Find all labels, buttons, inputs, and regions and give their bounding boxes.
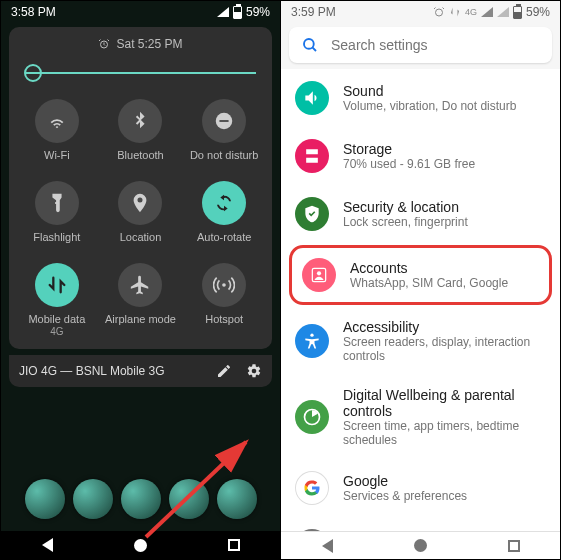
tile-airplane[interactable]: Airplane mode <box>101 255 181 343</box>
item-title: Accounts <box>350 260 508 276</box>
brightness-icon <box>24 64 42 82</box>
settings-icon[interactable] <box>246 363 262 379</box>
svg-point-10 <box>310 334 313 337</box>
item-title: Storage <box>343 141 475 157</box>
item-subtitle: Screen time, app timers, bedtime schedul… <box>343 419 546 447</box>
status-bar: 3:59 PM 4G 59% <box>281 1 560 21</box>
hotspot-icon <box>202 263 246 307</box>
tile-location[interactable]: Location <box>101 173 181 249</box>
accessibility-icon <box>295 324 329 358</box>
item-subtitle: Lock screen, fingerprint <box>343 215 468 229</box>
signal-icon <box>481 7 493 17</box>
recents-button[interactable] <box>228 539 240 551</box>
home-button[interactable] <box>134 539 147 552</box>
item-title: Security & location <box>343 199 468 215</box>
quick-settings-screen: 3:58 PM 59% Sat 5:25 PM Wi-FiBluetoothDo… <box>1 1 280 559</box>
home-dock <box>1 479 280 531</box>
item-subtitle: Services & preferences <box>343 489 467 503</box>
flashlight-icon <box>35 181 79 225</box>
dock-app[interactable] <box>169 479 209 519</box>
tile-bluetooth[interactable]: Bluetooth <box>101 91 181 167</box>
edit-icon[interactable] <box>216 363 232 379</box>
status-bar: 3:58 PM 59% <box>1 1 280 21</box>
search-icon <box>301 36 319 54</box>
signal-label: 4G <box>465 7 477 17</box>
svg-line-7 <box>312 47 316 51</box>
item-title: Digital Wellbeing & parental controls <box>343 387 546 419</box>
tile-wifi[interactable]: Wi-Fi <box>17 91 97 167</box>
alarm-icon <box>98 38 110 50</box>
storage-icon <box>295 139 329 173</box>
settings-list: SoundVolume, vibration, Do not disturbSt… <box>281 69 560 559</box>
quick-settings-panel: Sat 5:25 PM Wi-FiBluetoothDo not disturb… <box>9 27 272 349</box>
tile-mobiledata[interactable]: Mobile data4G <box>17 255 97 343</box>
panel-footer: JIO 4G — BSNL Mobile 3G <box>9 355 272 387</box>
google-icon <box>295 471 329 505</box>
location-icon <box>118 181 162 225</box>
signal-icon <box>497 7 509 17</box>
item-title: Sound <box>343 83 516 99</box>
nav-bar <box>1 531 280 559</box>
item-title: Google <box>343 473 467 489</box>
svg-point-6 <box>304 39 314 49</box>
tile-label: Flashlight <box>33 231 80 243</box>
settings-item-sound[interactable]: SoundVolume, vibration, Do not disturb <box>281 69 560 127</box>
item-subtitle: 70% used - 9.61 GB free <box>343 157 475 171</box>
battery-icon <box>513 6 522 19</box>
wifi-icon <box>35 99 79 143</box>
settings-item-security[interactable]: Security & locationLock screen, fingerpr… <box>281 185 560 243</box>
search-bar[interactable] <box>289 27 552 63</box>
home-button[interactable] <box>414 539 427 552</box>
alarm-icon <box>433 6 445 18</box>
back-button[interactable] <box>322 539 333 553</box>
data-icon <box>449 6 461 18</box>
battery-icon <box>233 6 242 19</box>
settings-item-google[interactable]: GoogleServices & preferences <box>281 459 560 517</box>
settings-item-accessibility[interactable]: AccessibilityScreen readers, display, in… <box>281 307 560 375</box>
recents-button[interactable] <box>508 540 520 552</box>
svg-point-9 <box>317 271 321 275</box>
tile-autorotate[interactable]: Auto-rotate <box>184 173 264 249</box>
settings-item-storage[interactable]: Storage70% used - 9.61 GB free <box>281 127 560 185</box>
tile-hotspot[interactable]: Hotspot <box>184 255 264 343</box>
nav-bar <box>281 531 560 559</box>
sound-icon <box>295 81 329 115</box>
settings-item-wellbeing[interactable]: Digital Wellbeing & parental controlsScr… <box>281 375 560 459</box>
dock-app[interactable] <box>25 479 65 519</box>
security-icon <box>295 197 329 231</box>
highlight-accounts: AccountsWhatsApp, SIM Card, Google <box>289 245 552 305</box>
dock-app[interactable] <box>121 479 161 519</box>
autorotate-icon <box>202 181 246 225</box>
bluetooth-icon <box>118 99 162 143</box>
settings-item-accounts[interactable]: AccountsWhatsApp, SIM Card, Google <box>292 248 549 302</box>
tile-label: Location <box>120 231 162 243</box>
battery-percent: 59% <box>246 5 270 19</box>
item-subtitle: WhatsApp, SIM Card, Google <box>350 276 508 290</box>
search-input[interactable] <box>331 37 540 53</box>
dock-app[interactable] <box>73 479 113 519</box>
status-time: 3:58 PM <box>11 5 56 19</box>
settings-screen: 3:59 PM 4G 59% SoundVolume, vibration, D… <box>281 1 560 559</box>
back-button[interactable] <box>42 538 53 552</box>
dock-app[interactable] <box>217 479 257 519</box>
airplane-icon <box>118 263 162 307</box>
tile-label: Do not disturb <box>190 149 258 161</box>
status-time: 3:59 PM <box>291 5 336 19</box>
tile-label: Auto-rotate <box>197 231 251 243</box>
panel-date: Sat 5:25 PM <box>116 37 182 51</box>
accounts-icon <box>302 258 336 292</box>
svg-point-5 <box>435 9 442 16</box>
signal-icon <box>217 7 229 17</box>
tile-label: Wi-Fi <box>44 149 70 161</box>
dnd-icon <box>202 99 246 143</box>
wellbeing-icon <box>295 400 329 434</box>
item-subtitle: Screen readers, display, interaction con… <box>343 335 546 363</box>
svg-rect-2 <box>220 120 229 122</box>
tile-dnd[interactable]: Do not disturb <box>184 91 264 167</box>
carrier-label: JIO 4G — BSNL Mobile 3G <box>19 364 165 378</box>
tile-label: Hotspot <box>205 313 243 325</box>
tile-flashlight[interactable]: Flashlight <box>17 173 97 249</box>
brightness-slider[interactable] <box>17 61 264 85</box>
svg-point-3 <box>222 283 226 287</box>
battery-percent: 59% <box>526 5 550 19</box>
